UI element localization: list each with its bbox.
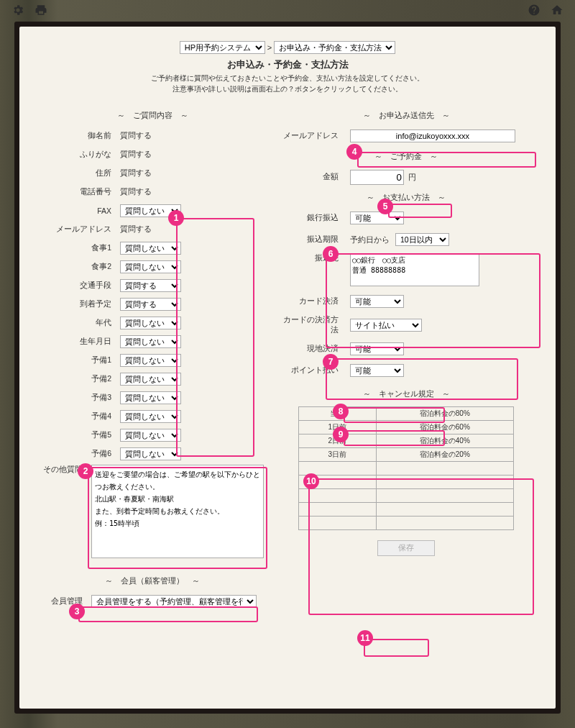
- cancel-table: 当日宿泊料金の80%1日前宿泊料金の60%2日前宿泊料金の40%3日前宿泊料金の…: [298, 406, 514, 530]
- table-row: 当日宿泊料金の80%: [299, 407, 514, 421]
- question-row: 交通手段質問する: [41, 278, 264, 294]
- question-label: 住所: [41, 168, 120, 178]
- toolbar: [0, 0, 575, 22]
- section-payment: ～ お支払い方法 ～: [278, 192, 534, 203]
- question-value: 質問する: [120, 168, 152, 178]
- breadcrumb-page-select[interactable]: お申込み・予約金・支払方法: [274, 41, 395, 54]
- annotation-badge: 3: [69, 604, 85, 619]
- breadcrumb: HP用予約システム > お申込み・予約金・支払方法: [41, 41, 534, 54]
- table-row: [299, 462, 514, 476]
- card-method-label: カードの決済方法: [278, 315, 350, 335]
- other-q-textarea[interactable]: [91, 465, 264, 558]
- question-row: 御名前質問する: [41, 128, 264, 144]
- question-select[interactable]: 質問しない: [120, 447, 181, 460]
- question-select[interactable]: 質問する: [120, 298, 181, 311]
- page-desc: ご予約者様に質問や伝えておきたいことや予約金、支払い方法を設定してください。注意…: [41, 73, 534, 94]
- dest-label: 振込先: [278, 253, 350, 263]
- question-select[interactable]: 質問しない: [120, 410, 181, 423]
- annotation-badge: 9: [333, 427, 349, 442]
- bank-label: 銀行振込: [278, 213, 350, 223]
- question-label: FAX: [41, 206, 120, 215]
- section-cancel: ～ キャンセル規定 ～: [278, 388, 534, 399]
- question-label: 予備6: [41, 449, 120, 459]
- question-label: メールアドレス: [41, 224, 120, 235]
- table-row: [299, 517, 514, 530]
- question-label: 到着予定: [41, 299, 120, 309]
- question-value: 質問する: [120, 187, 152, 197]
- dest-textarea[interactable]: [350, 253, 479, 286]
- point-select[interactable]: 可能: [350, 364, 404, 377]
- annotation-badge: 10: [303, 473, 319, 489]
- question-row: 予備5質問しない: [41, 427, 264, 443]
- home-icon[interactable]: [551, 4, 564, 18]
- question-select[interactable]: 質問しない: [120, 354, 181, 367]
- card-select[interactable]: 可能: [350, 295, 404, 308]
- bank-select[interactable]: 可能: [350, 211, 404, 224]
- member-label: 会員管理: [41, 596, 91, 606]
- question-row: ふりがな質問する: [41, 147, 264, 163]
- table-row: 3日前宿泊料金の20%: [299, 448, 514, 462]
- question-row: 食事1質問しない: [41, 240, 264, 256]
- question-label: 予備2: [41, 374, 120, 384]
- question-select[interactable]: 質問しない: [120, 391, 181, 404]
- question-row: 生年月日質問しない: [41, 334, 264, 350]
- question-select[interactable]: 質問しない: [120, 335, 181, 348]
- question-row: 年代質問しない: [41, 315, 264, 331]
- question-list: 御名前質問するふりがな質問する住所質問する電話番号質問するFAX質問しないメール…: [41, 128, 264, 462]
- question-label: 予備4: [41, 411, 120, 422]
- question-row: 電話番号質問する: [41, 184, 264, 200]
- table-row: 2日前宿泊料金の40%: [299, 434, 514, 448]
- question-select[interactable]: 質問しない: [120, 242, 181, 255]
- question-label: 御名前: [41, 131, 120, 141]
- deposit-label: 金額: [278, 172, 350, 182]
- question-select[interactable]: 質問しない: [120, 317, 181, 329]
- question-value: 質問する: [120, 131, 152, 141]
- deposit-input[interactable]: [350, 170, 404, 185]
- section-questions: ～ ご質問内容 ～: [41, 110, 264, 121]
- sendto-label: メールアドレス: [278, 131, 350, 141]
- section-sendto: ～ お申込み送信先 ～: [278, 110, 534, 121]
- due-label: 振込期限: [278, 235, 350, 245]
- question-row: 到着予定質問する: [41, 296, 264, 312]
- gear-icon[interactable]: [12, 4, 24, 18]
- annotation-badge: 1: [168, 210, 184, 226]
- section-member: ～ 会員（顧客管理） ～: [41, 575, 264, 586]
- onsite-select[interactable]: 可能: [350, 342, 404, 355]
- due-prefix: 予約日から: [350, 235, 390, 245]
- breadcrumb-system-select[interactable]: HP用予約システム: [180, 41, 265, 54]
- question-select[interactable]: 質問しない: [120, 373, 181, 386]
- question-row: 食事2質問しない: [41, 259, 264, 275]
- question-label: 予備1: [41, 355, 120, 365]
- sendto-input[interactable]: [350, 129, 515, 142]
- question-row: 予備6質問しない: [41, 446, 264, 462]
- card-method-select[interactable]: サイト払い: [350, 319, 422, 332]
- question-row: 予備2質問しない: [41, 371, 264, 387]
- annotation-badge: 11: [357, 630, 373, 646]
- print-icon[interactable]: [34, 4, 47, 18]
- card-label: カード決済: [278, 296, 350, 306]
- question-row: 予備3質問しない: [41, 390, 264, 406]
- save-button[interactable]: 保存: [377, 540, 435, 556]
- question-select[interactable]: 質問しない: [120, 260, 181, 273]
- annotation-badge: 8: [333, 404, 349, 419]
- question-label: 交通手段: [41, 281, 120, 291]
- question-value: 質問する: [120, 224, 152, 235]
- page-title: お申込み・予約金・支払方法: [41, 58, 534, 71]
- question-select[interactable]: 質問しない: [120, 429, 181, 442]
- section-deposit: ～ ご予約金 ～: [278, 151, 534, 162]
- help-icon[interactable]: [528, 4, 540, 18]
- due-select[interactable]: 10日以内: [395, 233, 449, 246]
- onsite-label: 現地決済: [278, 344, 350, 354]
- question-select[interactable]: 質問する: [120, 279, 181, 292]
- annotation-badge: 7: [323, 354, 339, 370]
- question-row: メールアドレス質問する: [41, 222, 264, 237]
- question-row: 予備1質問しない: [41, 352, 264, 368]
- annotation-badge: 2: [78, 463, 93, 479]
- question-row: FAX質問しない: [41, 203, 264, 219]
- point-label: ポイント払い: [278, 365, 350, 376]
- question-label: ふりがな: [41, 150, 120, 160]
- question-label: 生年月日: [41, 337, 120, 347]
- annotation-badge: 6: [323, 246, 339, 262]
- member-select[interactable]: 会員管理をする（予約管理、顧客管理を行う）: [91, 595, 257, 608]
- table-row: [299, 503, 514, 517]
